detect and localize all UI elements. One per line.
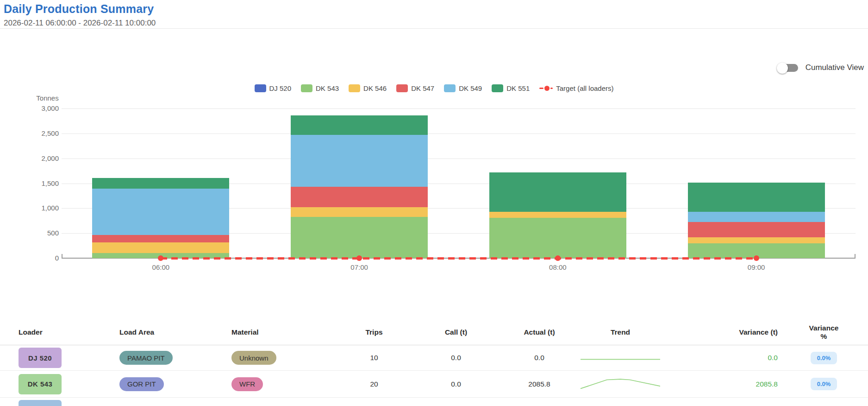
call-value: 0.0: [410, 380, 502, 388]
bar-segment-dk-549[interactable]: [92, 189, 229, 235]
table-header-cell: Material: [231, 328, 338, 336]
material-cell: WFR: [231, 377, 338, 391]
table-row: DJ 520PAMAO PITUnknown100.00.00.00.0%: [0, 345, 868, 371]
y-tick-label: 1,500: [8, 179, 59, 187]
legend-label: DK 543: [316, 84, 339, 92]
loader-badge: DK 543: [19, 374, 62, 394]
trend-cell: [577, 350, 664, 366]
bar-segment-dk-551[interactable]: [489, 172, 626, 212]
bar-segment-dk-546[interactable]: [688, 237, 825, 243]
bar-segment-dk-551[interactable]: [688, 183, 825, 212]
y-tick-label: 2,000: [8, 154, 59, 162]
loader-badge: DJ 520: [19, 348, 62, 368]
table-header-cell: Call (t): [410, 328, 502, 336]
table-header-cell: Trend: [577, 328, 664, 336]
target-point: [754, 255, 759, 261]
loader-badge: [19, 400, 62, 406]
trips-value: 10: [338, 354, 410, 362]
target-point: [555, 255, 561, 261]
material-badge: WFR: [231, 377, 263, 391]
actual-value: 2085.8: [502, 380, 577, 388]
legend-swatch-icon: [396, 84, 408, 92]
variance-value: 0.0: [664, 354, 806, 362]
legend-item-dk-546[interactable]: DK 546: [349, 84, 387, 92]
toggle-knob-icon[interactable]: [777, 63, 788, 74]
load-area-badge: PAMAO PIT: [119, 351, 173, 365]
target-legend-icon: [539, 86, 553, 91]
material-badge: Unknown: [231, 351, 276, 365]
legend-item-dk-549[interactable]: DK 549: [444, 84, 482, 92]
table-header-cell: Variance (t): [664, 328, 806, 336]
table-header-cell: Trips: [338, 328, 410, 336]
trend-cell: [577, 376, 664, 392]
bar-segment-dk-546[interactable]: [489, 212, 626, 218]
actual-value: 0.0: [502, 354, 577, 362]
bar-segment-dk-546[interactable]: [291, 207, 428, 217]
bar-segment-dk-547[interactable]: [291, 187, 428, 207]
x-tick-label: 08:00: [537, 263, 579, 271]
target-point: [158, 255, 163, 261]
legend-label: DJ 520: [269, 84, 292, 92]
bar-segment-dk-549[interactable]: [291, 135, 428, 187]
bar-segment-dk-551[interactable]: [92, 178, 229, 189]
x-axis-right-tick: [855, 254, 856, 258]
toggle-track-icon[interactable]: [779, 64, 798, 72]
table-header-row: LoaderLoad AreaMaterialTripsCall (t)Actu…: [0, 320, 868, 345]
y-tick-label: 3,000: [8, 104, 59, 112]
trend-sparkline: [581, 376, 660, 392]
y-tick-label: 500: [8, 229, 59, 237]
legend-swatch-icon: [255, 84, 266, 92]
material-cell: Unknown: [231, 351, 338, 365]
bar-segment-dk-543[interactable]: [489, 218, 626, 258]
x-tick-label: 06:00: [140, 263, 181, 271]
call-value: 0.0: [410, 354, 502, 362]
load-area-cell: GOR PIT: [119, 377, 231, 391]
legend-swatch-icon: [492, 84, 503, 92]
x-tick-label: 09:00: [736, 263, 777, 271]
x-tick-label: 07:00: [338, 263, 380, 271]
bar-segment-dk-547[interactable]: [688, 222, 825, 237]
y-axis-title: Tonnes: [23, 94, 72, 102]
legend-item-dj-520[interactable]: DJ 520: [255, 84, 292, 92]
load-area-badge: GOR PIT: [119, 377, 164, 391]
legend-label: DK 546: [363, 84, 387, 92]
legend-item-dk-551[interactable]: DK 551: [492, 84, 530, 92]
production-table: LoaderLoad AreaMaterialTripsCall (t)Actu…: [0, 320, 868, 406]
bar-segment-dk-546[interactable]: [92, 242, 229, 253]
target-legend-part: [539, 88, 543, 89]
bar-segment-dk-547[interactable]: [92, 235, 229, 242]
legend-item-dk-543[interactable]: DK 543: [301, 84, 339, 92]
variance-pct-cell: 0.0%: [806, 352, 868, 364]
gridline: [62, 108, 856, 109]
legend-item-dk-547[interactable]: DK 547: [396, 84, 434, 92]
table-header-cell: Variance %: [806, 324, 868, 341]
trend-sparkline: [581, 350, 660, 366]
target-point: [356, 255, 362, 261]
legend-label: DK 549: [459, 84, 482, 92]
variance-pct-badge: 0.0%: [811, 352, 837, 364]
target-legend-part: [544, 86, 550, 91]
loader-cell: DJ 520: [19, 348, 119, 368]
variance-pct-cell: 0.0%: [806, 378, 868, 390]
y-tick-label: 2,500: [8, 129, 59, 137]
variance-pct-badge: 0.0%: [811, 378, 837, 390]
bar-segment-dk-551[interactable]: [291, 115, 428, 135]
legend-swatch-icon: [349, 84, 360, 92]
bar-segment-dk-549[interactable]: [688, 212, 825, 222]
bar-segment-dk-543[interactable]: [291, 217, 428, 258]
loader-cell: DK 543: [19, 374, 119, 394]
table-body: DJ 520PAMAO PITUnknown100.00.00.00.0%DK …: [0, 345, 868, 406]
table-header-cell: Load Area: [119, 328, 231, 336]
target-legend-part: [550, 88, 553, 89]
gridline: [62, 133, 856, 134]
table-row: [0, 398, 868, 406]
legend-swatch-icon: [444, 84, 456, 92]
page-header: Daily Production Summary 2026-02-11 06:0…: [0, 0, 868, 29]
x-axis-left-tick: [62, 254, 62, 258]
table-header-cell: Actual (t): [502, 328, 577, 336]
legend-label: DK 551: [506, 84, 530, 92]
legend-item-target[interactable]: Target (all loaders): [539, 84, 613, 92]
cumulative-view-toggle[interactable]: Cumulative View: [779, 63, 864, 72]
y-tick-label: 1,000: [8, 204, 59, 212]
legend-swatch-icon: [301, 84, 312, 92]
